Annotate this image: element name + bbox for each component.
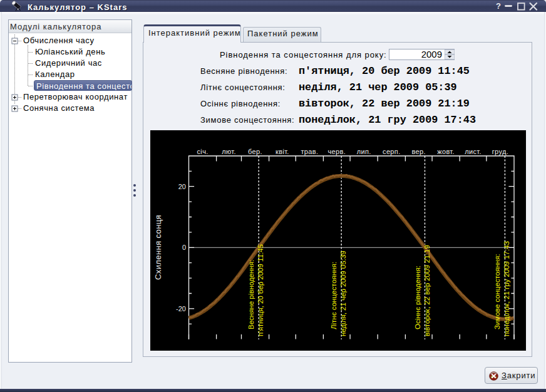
svg-text:Літнє сонцестояння:: Літнє сонцестояння: [330, 262, 337, 329]
svg-text:вівторок, 22 вер 2009 21:19: вівторок, 22 вер 2009 21:19 [423, 245, 431, 336]
svg-text:січ.: січ. [197, 148, 209, 155]
svg-text:лист.: лист. [465, 148, 482, 155]
svg-text:0: 0 [182, 244, 186, 251]
svg-text:Весняне рівнодення:: Весняне рівнодення: [247, 260, 255, 329]
svg-text:Осіннє рівнодення:: Осіннє рівнодення: [414, 266, 421, 329]
svg-text:-20: -20 [176, 305, 186, 312]
svg-text:понеділок, 21 гру 2009 17:43: понеділок, 21 гру 2009 17:43 [503, 241, 510, 336]
svg-text:груд.: груд. [492, 148, 508, 155]
svg-text:бер.: бер. [248, 148, 262, 155]
svg-text:черв.: черв. [327, 148, 346, 155]
svg-text:п'ятниця, 20 бер 2009 11:45: п'ятниця, 20 бер 2009 11:45 [257, 244, 264, 336]
svg-text:неділя, 21 чер 2009 05:39: неділя, 21 чер 2009 05:39 [339, 250, 347, 336]
svg-text:вер.: вер. [411, 148, 425, 155]
svg-text:трав.: трав. [301, 148, 318, 155]
svg-text:Зимове сонцестояння:: Зимове сонцестояння: [493, 254, 501, 329]
svg-text:Схилення сонця: Схилення сонця [153, 215, 163, 280]
svg-text:серп.: серп. [383, 148, 401, 155]
svg-text:жовт.: жовт. [437, 148, 455, 155]
svg-text:лип.: лип. [357, 148, 371, 155]
svg-text:лют.: лют. [222, 148, 236, 155]
svg-text:20: 20 [178, 183, 186, 190]
svg-text:квіт.: квіт. [276, 148, 289, 155]
